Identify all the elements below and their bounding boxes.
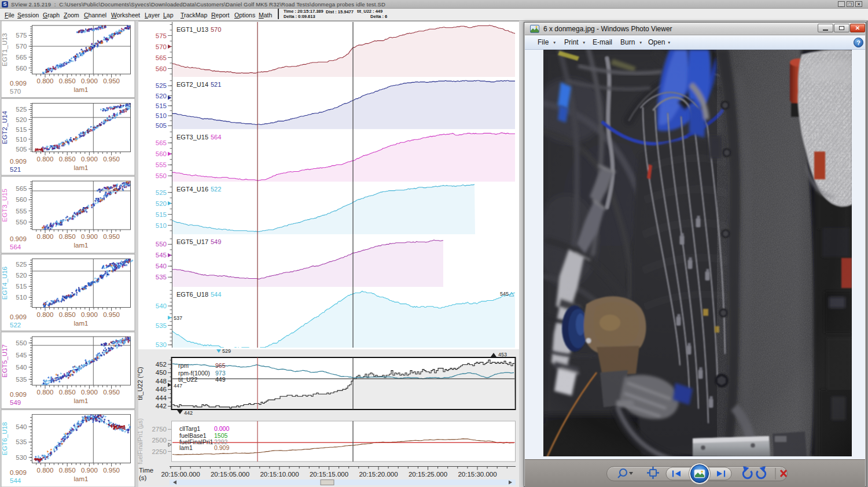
svg-text:521: 521 bbox=[211, 81, 221, 88]
svg-text:522: 522 bbox=[211, 186, 221, 193]
svg-text:0.850: 0.850 bbox=[59, 78, 76, 84]
svg-text:0.850: 0.850 bbox=[59, 467, 76, 474]
svg-text:rpm: rpm bbox=[178, 362, 189, 369]
svg-text:0.909: 0.909 bbox=[10, 80, 27, 87]
svg-text:525: 525 bbox=[16, 106, 27, 113]
svg-text:510: 510 bbox=[16, 136, 27, 143]
svg-text:0.950: 0.950 bbox=[103, 389, 120, 396]
svg-text:EGT3_U15: EGT3_U15 bbox=[176, 134, 208, 141]
svg-text:560: 560 bbox=[156, 65, 167, 72]
svg-text:0.850: 0.850 bbox=[59, 389, 76, 396]
svg-text:EGT5_U17: EGT5_U17 bbox=[1, 344, 8, 378]
svg-text:446: 446 bbox=[156, 386, 167, 393]
svg-text:565: 565 bbox=[16, 54, 27, 61]
svg-text:565: 565 bbox=[16, 185, 27, 192]
svg-text:540: 540 bbox=[16, 364, 27, 371]
svg-text:0.909: 0.909 bbox=[10, 158, 27, 165]
svg-text:510: 510 bbox=[156, 112, 167, 119]
svg-text:565: 565 bbox=[156, 139, 167, 146]
svg-text:0.800: 0.800 bbox=[37, 156, 54, 163]
svg-text:525: 525 bbox=[16, 261, 27, 268]
svg-text:0.950: 0.950 bbox=[103, 311, 120, 318]
svg-text:565: 565 bbox=[156, 54, 167, 61]
svg-text:0.900: 0.900 bbox=[81, 233, 98, 240]
svg-text:570: 570 bbox=[16, 43, 27, 50]
svg-text:550: 550 bbox=[156, 241, 167, 248]
svg-text:550: 550 bbox=[16, 219, 27, 226]
svg-text:EGT2_U14: EGT2_U14 bbox=[1, 110, 8, 144]
svg-text:515: 515 bbox=[156, 211, 167, 218]
svg-text:447: 447 bbox=[174, 383, 182, 389]
svg-text:EGT1_U13: EGT1_U13 bbox=[176, 26, 208, 33]
svg-text:525: 525 bbox=[156, 189, 167, 196]
svg-text:529: 529 bbox=[222, 348, 231, 354]
svg-text:550: 550 bbox=[156, 172, 167, 179]
svg-text:505: 505 bbox=[16, 146, 27, 153]
svg-text:520: 520 bbox=[156, 93, 167, 99]
svg-text:510: 510 bbox=[156, 222, 167, 229]
svg-text:(s): (s) bbox=[139, 474, 147, 481]
svg-text:560: 560 bbox=[156, 150, 167, 157]
svg-text:EGT3_U15: EGT3_U15 bbox=[1, 189, 8, 222]
svg-text:0.950: 0.950 bbox=[103, 78, 120, 84]
svg-text:0.850: 0.850 bbox=[59, 233, 76, 240]
svg-text:0.800: 0.800 bbox=[37, 389, 54, 396]
svg-text:570: 570 bbox=[156, 43, 167, 50]
svg-text:cllTarg1: cllTarg1 bbox=[179, 425, 200, 432]
svg-text:?: ? bbox=[856, 39, 860, 46]
svg-text:520: 520 bbox=[16, 272, 27, 279]
svg-text:2500: 2500 bbox=[152, 437, 167, 444]
svg-text:575: 575 bbox=[16, 32, 27, 39]
svg-text:lam1: lam1 bbox=[74, 86, 89, 93]
svg-text:lam1: lam1 bbox=[74, 320, 89, 327]
svg-text:540: 540 bbox=[156, 302, 167, 309]
svg-text:564: 564 bbox=[211, 134, 221, 141]
svg-text:444: 444 bbox=[156, 394, 167, 401]
svg-text:530: 530 bbox=[156, 341, 167, 348]
svg-text:0.909: 0.909 bbox=[10, 391, 27, 398]
svg-text:540: 540 bbox=[156, 263, 167, 270]
svg-text:545: 545 bbox=[16, 352, 27, 359]
svg-text:EGT5_U17: EGT5_U17 bbox=[176, 238, 208, 245]
svg-text:544: 544 bbox=[10, 477, 21, 484]
svg-text:449: 449 bbox=[215, 376, 226, 383]
svg-text:570: 570 bbox=[211, 26, 221, 33]
svg-text:0.000: 0.000 bbox=[214, 425, 229, 432]
svg-text:545: 545 bbox=[156, 252, 167, 259]
svg-text:2750: 2750 bbox=[152, 426, 167, 433]
svg-text:520: 520 bbox=[16, 116, 27, 123]
svg-text:EGT6_U18: EGT6_U18 bbox=[1, 422, 8, 456]
svg-text:521: 521 bbox=[10, 166, 21, 173]
svg-text:505: 505 bbox=[156, 122, 167, 129]
svg-text:448: 448 bbox=[156, 378, 167, 385]
svg-text:452: 452 bbox=[156, 361, 167, 368]
svg-text:EGT6_U18: EGT6_U18 bbox=[176, 291, 208, 298]
svg-text:0.950: 0.950 bbox=[103, 233, 120, 240]
svg-text:0.909: 0.909 bbox=[10, 235, 27, 242]
svg-text:549: 549 bbox=[10, 399, 21, 406]
svg-text:0.900: 0.900 bbox=[81, 467, 98, 474]
svg-text:0.800: 0.800 bbox=[37, 78, 54, 84]
svg-text:510: 510 bbox=[16, 294, 27, 301]
svg-text:0.800: 0.800 bbox=[37, 233, 54, 240]
svg-text:535: 535 bbox=[156, 322, 167, 329]
svg-text:555: 555 bbox=[156, 161, 167, 168]
svg-text:20:15:15.000: 20:15:15.000 bbox=[310, 471, 348, 478]
svg-text:515: 515 bbox=[16, 126, 27, 133]
svg-text:0.900: 0.900 bbox=[81, 78, 98, 84]
svg-text:fuelFinalPri1 (µs): fuelFinalPri1 (µs) bbox=[137, 418, 144, 464]
svg-text:544: 544 bbox=[211, 291, 221, 298]
svg-text:0.900: 0.900 bbox=[81, 389, 98, 396]
svg-text:tit_U22 (°C): tit_U22 (°C) bbox=[137, 367, 144, 400]
svg-text:0.850: 0.850 bbox=[59, 156, 76, 163]
svg-text:0.900: 0.900 bbox=[81, 311, 98, 318]
svg-text:0.950: 0.950 bbox=[103, 156, 120, 163]
svg-text:20:15:30.000: 20:15:30.000 bbox=[458, 471, 496, 478]
svg-text:564: 564 bbox=[10, 244, 21, 250]
svg-text:520: 520 bbox=[156, 200, 167, 207]
svg-text:20:15:00.000: 20:15:00.000 bbox=[161, 471, 200, 478]
svg-text:0.909: 0.909 bbox=[214, 444, 229, 451]
svg-text:442: 442 bbox=[184, 410, 193, 416]
svg-text:lam1: lam1 bbox=[74, 397, 89, 404]
svg-text:535: 535 bbox=[156, 274, 167, 281]
